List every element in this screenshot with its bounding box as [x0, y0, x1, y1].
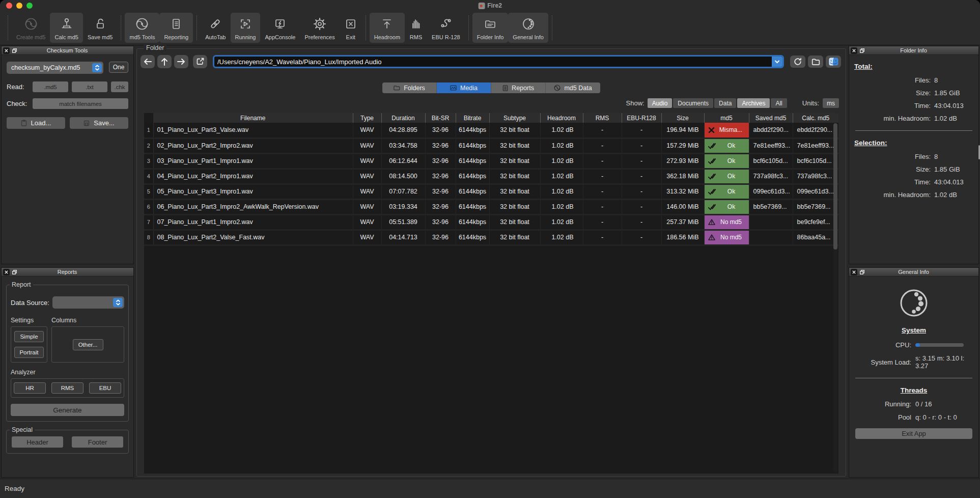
- preferences-button[interactable]: Preferences: [300, 13, 339, 43]
- chevron-down-icon[interactable]: [772, 57, 782, 67]
- hr-button[interactable]: HR: [14, 382, 46, 394]
- running-button[interactable]: Running: [231, 13, 261, 43]
- min-headroom-label: min. Headroom:: [854, 115, 931, 122]
- match-filenames-button[interactable]: match filenames: [33, 98, 128, 109]
- simple-button[interactable]: Simple: [14, 331, 44, 342]
- headroom-button[interactable]: Headroom: [370, 13, 405, 43]
- exit-app-button[interactable]: Exit App: [855, 428, 972, 439]
- header-type[interactable]: Type: [353, 113, 381, 123]
- header-calc-md5[interactable]: Calc. md5: [793, 113, 838, 123]
- generate-button[interactable]: Generate: [11, 404, 124, 416]
- reporting-button[interactable]: Reporting: [159, 13, 193, 43]
- table-row[interactable]: 505_Piano_Lux_Part3_Impro1.wavWAV07:07.7…: [144, 184, 838, 199]
- up-button[interactable]: [157, 55, 172, 68]
- new-folder-button[interactable]: [808, 56, 823, 68]
- folder-info-button[interactable]: Folder Info: [472, 13, 509, 43]
- stepper-icon[interactable]: [113, 298, 123, 307]
- cell-bitsr: 32-96: [425, 184, 456, 199]
- header-rms[interactable]: RMS: [583, 113, 622, 123]
- folder-path-combobox[interactable]: /Users/cneyens/A2_Wavelab/Piano_Lux/Impo…: [213, 55, 784, 68]
- table-row[interactable]: 202_Piano_Lux_Part2_Impro2.wavWAV03:34.7…: [144, 138, 838, 153]
- back-button[interactable]: [141, 55, 155, 68]
- ebu-r128-button[interactable]: EBU R-128: [427, 13, 465, 43]
- md5-tools-button[interactable]: md5 Tools: [125, 13, 159, 43]
- row-number: 5: [144, 184, 153, 199]
- header-md5[interactable]: md5: [704, 113, 749, 123]
- header-filename[interactable]: Filename: [153, 113, 353, 123]
- cell-bitsr: 32-96: [425, 153, 456, 169]
- footer-button[interactable]: Footer: [72, 436, 123, 448]
- header-headroom[interactable]: Headroom: [540, 113, 583, 123]
- close-panel-button[interactable]: [851, 47, 857, 54]
- data-source-combobox[interactable]: [52, 296, 124, 309]
- table-row[interactable]: 404_Piano_Lux_Part2_Impro1.wavWAV08:14.5…: [144, 169, 838, 184]
- ebu-analyzer-button[interactable]: EBU: [89, 382, 121, 394]
- center-area: Folder /Users/cneyens/A2_Wavelab/Piano_L…: [134, 46, 848, 479]
- other-columns-button[interactable]: Other...: [73, 339, 103, 350]
- calc-md5-button[interactable]: Calc md5: [50, 13, 82, 43]
- scrollbar-thumb[interactable]: [833, 123, 837, 250]
- header-bitrate[interactable]: Bitrate: [456, 113, 489, 123]
- create-md5-button[interactable]: Create md5: [12, 13, 50, 43]
- table-row[interactable]: 606_Piano_Lux_Part3_Impro2_AwkWalk_RepVe…: [144, 199, 838, 214]
- one-button[interactable]: One: [109, 62, 128, 73]
- close-window-button[interactable]: [6, 3, 12, 9]
- filter-audio[interactable]: Audio: [648, 98, 673, 108]
- tab-reports[interactable]: Reports: [491, 82, 546, 93]
- save-md5-button[interactable]: Save md5: [83, 13, 118, 43]
- undock-panel-button[interactable]: [859, 269, 865, 275]
- save-button[interactable]: Save...: [70, 117, 128, 129]
- stepper-icon[interactable]: [92, 63, 102, 72]
- table-row[interactable]: 303_Piano_Lux_Part1_Impro1.wavWAV06:12.6…: [144, 153, 838, 169]
- close-panel-button[interactable]: [851, 269, 857, 275]
- general-info-button[interactable]: General Info: [508, 13, 548, 43]
- show-filter-row: Show: Audio Documents Data Archives All …: [626, 98, 839, 108]
- toolbar-separator: [8, 15, 8, 40]
- cell-headroom: 1.02 dB: [540, 199, 583, 214]
- close-panel-button[interactable]: [3, 269, 10, 275]
- zoom-window-button[interactable]: [26, 3, 33, 9]
- header-size[interactable]: Size: [661, 113, 704, 123]
- tab-folders[interactable]: Folders: [382, 82, 437, 93]
- read-md5-button[interactable]: .md5: [33, 81, 68, 92]
- minimize-window-button[interactable]: [16, 3, 22, 9]
- undock-panel-button[interactable]: [11, 47, 18, 54]
- table-row[interactable]: 101_Piano_Lux_Part3_Valse.wavWAV04:28.89…: [144, 123, 838, 138]
- undock-panel-button[interactable]: [859, 47, 865, 54]
- tab-md5-data[interactable]: md5 Data: [546, 82, 600, 93]
- reveal-button[interactable]: [193, 55, 207, 68]
- table-row[interactable]: 707_Piano_Lux_Part1_Impro2.wavWAV05:51.3…: [144, 214, 838, 230]
- header-subtype[interactable]: Subtype: [489, 113, 540, 123]
- read-txt-button[interactable]: .txt: [72, 81, 107, 92]
- header-duration[interactable]: Duration: [381, 113, 425, 123]
- exit-button[interactable]: Exit: [340, 13, 362, 43]
- header-button[interactable]: Header: [12, 436, 63, 448]
- filter-all[interactable]: All: [771, 98, 787, 108]
- appconsole-button[interactable]: AppConsole: [260, 13, 300, 43]
- filter-documents[interactable]: Documents: [673, 98, 713, 108]
- portrait-button[interactable]: Portrait: [14, 347, 44, 358]
- header-ebu[interactable]: EBU-R128: [622, 113, 661, 123]
- header-bitsr[interactable]: Bit-SR: [425, 113, 456, 123]
- read-chk-button[interactable]: .chk: [111, 81, 128, 92]
- forward-button[interactable]: [174, 55, 188, 68]
- table-row[interactable]: 808_Piano_Lux_Part2_Valse_Fast.wavWAV04:…: [144, 230, 838, 245]
- rms-analyzer-button[interactable]: RMS: [51, 382, 83, 394]
- close-panel-button[interactable]: [3, 47, 10, 54]
- filter-archives[interactable]: Archives: [737, 98, 770, 108]
- table-scrollbar[interactable]: [833, 123, 837, 473]
- undock-panel-button[interactable]: [11, 269, 18, 275]
- cell-headroom: 1.02 dB: [540, 123, 583, 138]
- autotab-button[interactable]: AutoTab: [201, 13, 230, 43]
- units-ms-button[interactable]: ms: [823, 98, 839, 108]
- finder-button[interactable]: [826, 56, 841, 68]
- load-button[interactable]: Load...: [7, 117, 65, 129]
- checksum-preset-combobox[interactable]: checksum_byCalyx.md5: [7, 62, 103, 74]
- tab-media[interactable]: Media: [437, 82, 491, 93]
- header-saved-md5[interactable]: Saved md5: [749, 113, 793, 123]
- cell-saved-md5: bcf6c105d...: [749, 153, 793, 169]
- filter-data[interactable]: Data: [714, 98, 736, 108]
- refresh-button[interactable]: [790, 56, 805, 68]
- warning-icon: [708, 219, 715, 225]
- rms-button[interactable]: RMS: [405, 13, 427, 43]
